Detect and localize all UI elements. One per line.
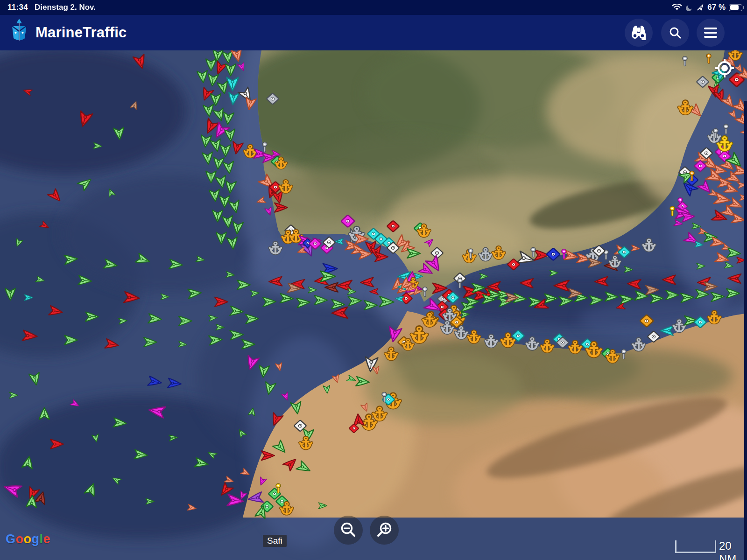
- search-icon: [668, 26, 682, 40]
- map-scale-label: 20 NM: [719, 539, 747, 560]
- binoculars-icon: [630, 25, 647, 41]
- marinetraffic-app: { "status_bar": { "time": "11:34", "date…: [0, 0, 747, 560]
- battery-icon: [729, 4, 742, 11]
- google-logo-letter: e: [43, 532, 51, 546]
- zoom-out-button[interactable]: [334, 516, 363, 545]
- google-attribution: Google: [6, 532, 50, 546]
- hamburger-menu-icon: [704, 27, 718, 38]
- google-logo-letter: o: [24, 532, 32, 546]
- zoom-out-magnifier-icon: [339, 521, 357, 539]
- google-logo-letter: o: [16, 532, 24, 546]
- search-button[interactable]: [661, 19, 689, 47]
- marinetraffic-ship-logo: [7, 19, 31, 47]
- zoom-in-magnifier-icon: [375, 521, 393, 539]
- status-date: Dienstag 2. Nov.: [35, 3, 96, 12]
- map-canvas[interactable]: [0, 50, 747, 560]
- app-title: MarineTraffic: [35, 24, 127, 41]
- google-logo-letter: l: [40, 532, 43, 546]
- wifi-icon: [672, 4, 682, 11]
- map-edge-right: [744, 101, 747, 560]
- locate-me-button[interactable]: [714, 58, 735, 78]
- zoom-in-button[interactable]: [370, 516, 399, 545]
- satellite-map: [0, 50, 747, 560]
- app-header: MarineTraffic: [0, 15, 747, 50]
- place-label-safi: Safi: [263, 535, 287, 547]
- status-time: 11:34: [7, 3, 28, 12]
- my-fleet-button[interactable]: [625, 19, 653, 47]
- google-logo-letter: g: [32, 532, 40, 546]
- moon-icon: [685, 4, 693, 12]
- location-arrow-icon: [697, 4, 704, 11]
- ios-status-bar: 11:34 Dienstag 2. Nov. 67 %: [0, 0, 747, 15]
- status-indicators: 67 %: [672, 3, 742, 12]
- google-logo-letter: G: [6, 532, 16, 546]
- menu-button[interactable]: [697, 19, 725, 47]
- map-scale-bar: [675, 540, 716, 553]
- battery-percent: 67 %: [707, 3, 726, 12]
